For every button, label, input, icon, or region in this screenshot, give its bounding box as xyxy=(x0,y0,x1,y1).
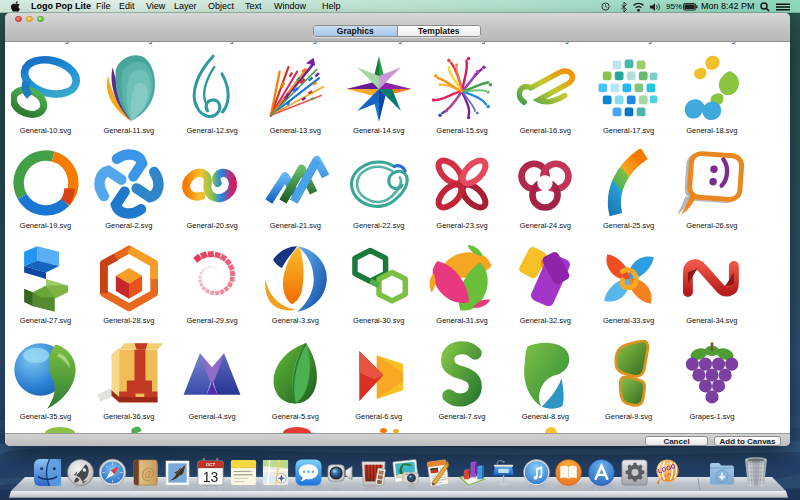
svg-text:13: 13 xyxy=(203,469,219,485)
svg-text:@: @ xyxy=(141,465,154,481)
svg-text:OCT: OCT xyxy=(206,462,216,467)
